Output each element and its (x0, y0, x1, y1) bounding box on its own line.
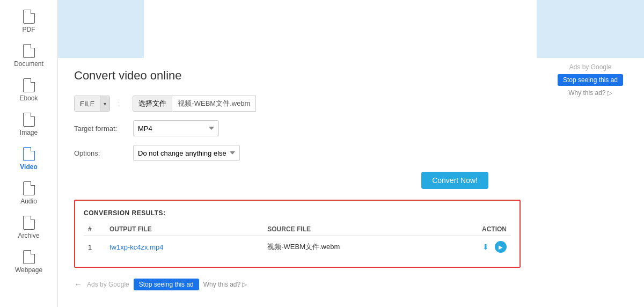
sidebar: PDF Document Ebook Image Video Audio Arc… (0, 0, 58, 307)
sidebar-item-archive[interactable]: Archive (0, 210, 57, 245)
right-ads-label: Ads by Google (569, 63, 612, 71)
audio-icon (23, 181, 35, 195)
file-btn-arrow[interactable]: ▾ (100, 96, 109, 111)
sidebar-label-video: Video (20, 163, 37, 171)
ebook-icon (23, 78, 35, 92)
convert-button[interactable]: Convert Now! (421, 172, 488, 189)
main-area: Convert video online FILE ▾ : 选择文件 视频-WE… (58, 0, 644, 307)
bottom-why-ad-link[interactable]: Why this ad? ▷ (203, 281, 247, 288)
sidebar-item-webpage[interactable]: Webpage (0, 245, 57, 279)
output-file-link[interactable]: fw1xp-kc4zx.mp4 (109, 243, 163, 251)
sidebar-label-document: Document (14, 60, 43, 68)
page-title: Convert video online (74, 69, 521, 83)
row-output-file[interactable]: fw1xp-kc4zx.mp4 (105, 236, 263, 259)
back-arrow[interactable]: ← (74, 280, 83, 289)
bottom-stop-ad-button[interactable]: Stop seeing this ad (134, 279, 199, 290)
options-row: Options: Do not change anything else (74, 145, 521, 161)
row-number: 1 (84, 236, 105, 259)
play-icon[interactable]: ▶ (495, 241, 507, 253)
results-title: CONVERSION RESULTS: (84, 209, 511, 217)
top-banner-center (144, 0, 537, 58)
sidebar-label-webpage: Webpage (15, 266, 42, 274)
target-format-label: Target format: (74, 125, 128, 133)
choose-file-button[interactable]: 选择文件 (133, 96, 172, 112)
btn-row: Convert Now! (74, 172, 521, 189)
target-format-row: Target format: MP4 (74, 120, 521, 136)
sidebar-item-pdf[interactable]: PDF (0, 4, 57, 39)
right-ad-top-banner (537, 0, 644, 58)
file-label-area: 选择文件 视频-WEBM文件.webm (133, 96, 256, 112)
options-select[interactable]: Do not change anything else (133, 145, 240, 161)
sidebar-label-image: Image (20, 129, 38, 136)
download-icon[interactable]: ⬇ (480, 241, 492, 253)
sidebar-item-image[interactable]: Image (0, 107, 57, 142)
sidebar-item-document[interactable]: Document (0, 39, 57, 73)
top-banner (58, 0, 644, 58)
right-stop-ad-button[interactable]: Stop seeing this ad (558, 74, 623, 86)
table-row: 1 fw1xp-kc4zx.mp4 视频-WEBM文件.webm ⬇ ▶ (84, 236, 511, 259)
right-why-ad-link[interactable]: Why this ad? ▷ (568, 89, 612, 97)
sidebar-label-pdf: PDF (23, 26, 35, 33)
sidebar-label-archive: Archive (18, 232, 39, 239)
file-name-display: 视频-WEBM文件.webm (172, 96, 256, 112)
col-action: ACTION (468, 223, 511, 236)
image-icon (23, 113, 35, 127)
content-main: Convert video online FILE ▾ : 选择文件 视频-WE… (58, 58, 537, 307)
col-number: # (84, 223, 105, 236)
file-btn-label[interactable]: FILE (75, 96, 100, 111)
pdf-icon (23, 10, 35, 24)
bottom-ads-label: Ads by Google (87, 281, 129, 288)
top-banner-left (58, 0, 144, 58)
video-icon (23, 147, 35, 161)
target-format-select[interactable]: MP4 (133, 120, 219, 136)
col-source-file: SOURCE FILE (263, 223, 468, 236)
file-row: FILE ▾ : 选择文件 视频-WEBM文件.webm (74, 96, 521, 112)
results-table: # OUTPUT FILE SOURCE FILE ACTION 1 fw1xp… (84, 223, 511, 258)
form-section: FILE ▾ : 选择文件 视频-WEBM文件.webm Target form… (74, 96, 521, 161)
webpage-icon (23, 250, 35, 264)
sidebar-item-video[interactable]: Video (0, 142, 57, 176)
archive-icon (23, 216, 35, 230)
row-action: ⬇ ▶ (468, 236, 511, 259)
right-ad-panel: Ads by Google Stop seeing this ad Why th… (537, 58, 644, 307)
sidebar-item-audio[interactable]: Audio (0, 176, 57, 210)
sidebar-label-audio: Audio (20, 198, 37, 205)
results-section: CONVERSION RESULTS: # OUTPUT FILE SOURCE… (74, 200, 521, 268)
row-source-file: 视频-WEBM文件.webm (263, 236, 468, 259)
document-icon (23, 44, 35, 58)
content-wrapper: Convert video online FILE ▾ : 选择文件 视频-WE… (58, 58, 644, 307)
bottom-ads: ← Ads by Google Stop seeing this ad Why … (74, 279, 521, 290)
sidebar-item-ebook[interactable]: Ebook (0, 73, 57, 107)
options-label: Options: (74, 149, 128, 157)
file-type-button[interactable]: FILE ▾ (74, 96, 110, 112)
col-output-file: OUTPUT FILE (105, 223, 263, 236)
sidebar-label-ebook: Ebook (19, 94, 38, 102)
